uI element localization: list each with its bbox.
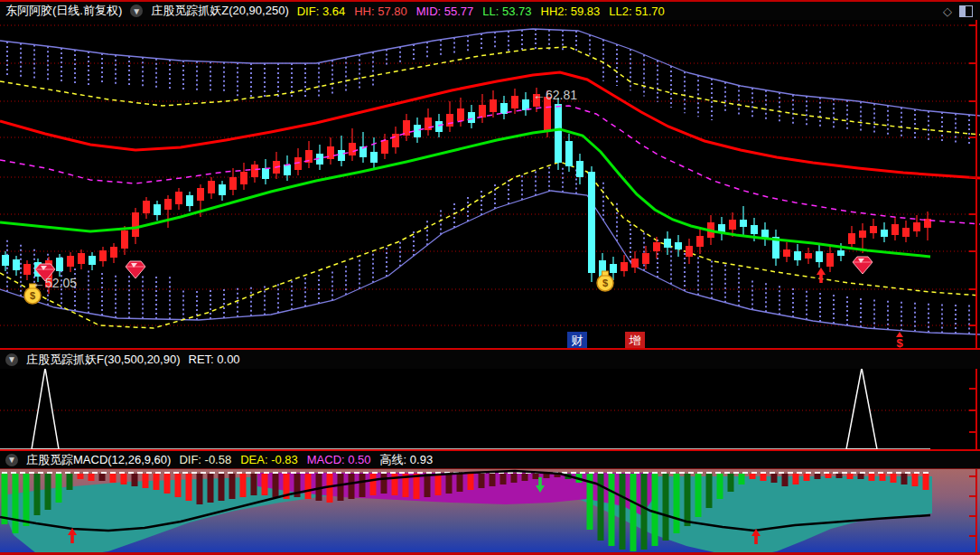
indicator-field: LL: 53.73 — [482, 5, 531, 18]
svg-text:财: 财 — [572, 334, 583, 347]
svg-text:增: 增 — [629, 334, 641, 347]
dollar-icon: $ — [896, 332, 903, 348]
macd-histogram-chart[interactable] — [0, 469, 980, 552]
panel-f-spike-chart[interactable] — [0, 369, 980, 449]
indicator-values: DIF: 3.64HH: 57.80MID: 55.77LL: 53.73HH2… — [297, 5, 674, 18]
price-annotation: ←62.81 — [533, 88, 577, 102]
indicator-field: RET: 0.00 — [189, 353, 240, 366]
band-comb — [7, 166, 969, 334]
main-candlestick-chart[interactable]: $$$←62.81←52.05财增 — [0, 20, 980, 348]
gem-icon — [126, 261, 145, 278]
chevron-down-icon[interactable]: ▼ — [5, 353, 18, 366]
diamond-icon[interactable]: ◇ — [943, 5, 952, 18]
indicator-field: 高线: 0.93 — [380, 453, 434, 466]
signal-spike — [846, 369, 877, 449]
indicator-field: DEA: -0.83 — [240, 453, 298, 466]
panel-f-title: 庄股觅踪抓妖F(30,500,20,90) — [26, 352, 181, 368]
green-mid-line — [0, 129, 930, 257]
indicator-title: 庄股觅踪抓妖Z(20,90,250) — [151, 3, 288, 19]
price-annotation: ←52.05 — [33, 276, 77, 290]
panel-layout-icon[interactable] — [959, 5, 973, 17]
indicator-field: DIF: 3.64 — [297, 5, 345, 18]
svg-text:$: $ — [602, 278, 608, 288]
header-right-icons: ◇ — [943, 5, 980, 18]
indicator-field: HH2: 59.83 — [541, 5, 601, 18]
gem-icon — [853, 257, 873, 274]
svg-text:$: $ — [30, 290, 35, 301]
red-envelope-line — [0, 72, 980, 178]
chevron-down-icon[interactable]: ▼ — [5, 454, 18, 466]
indicator-field: HH: 57.80 — [354, 5, 407, 18]
indicator-field: MACD: 0.50 — [307, 453, 371, 466]
marker-badge: 增 — [625, 332, 645, 348]
signal-spike — [32, 369, 59, 449]
macd-title: 庄股觅踪MACD(12,26,9,60) — [26, 452, 171, 468]
macd-values: DIF: -0.58DEA: -0.83MACD: 0.50高线: 0.93 — [179, 452, 442, 468]
main-title-bar: 东阿阿胶(日线.前复权) ▼ 庄股觅踪抓妖Z(20,90,250) DIF: 3… — [0, 0, 980, 20]
indicator-field: DIF: -0.58 — [179, 453, 231, 466]
macd-title-bar: ▼ 庄股觅踪MACD(12,26,9,60) DIF: -0.58DEA: -0… — [0, 449, 980, 469]
indicator-field: MID: 55.77 — [416, 5, 474, 18]
stock-title: 东阿阿胶(日线.前复权) — [5, 3, 122, 19]
trading-app-window: 东阿阿胶(日线.前复权) ▼ 庄股觅踪抓妖Z(20,90,250) DIF: 3… — [0, 0, 980, 555]
panel-f-title-bar: ▼ 庄股觅踪抓妖F(30,500,20,90) RET: 0.00 — [0, 348, 980, 369]
panel-f-values: RET: 0.00 — [189, 353, 249, 366]
svg-text:$: $ — [896, 336, 903, 348]
band-comb — [7, 29, 969, 146]
chevron-down-icon[interactable]: ▼ — [130, 5, 143, 17]
marker-badge: 财 — [567, 332, 587, 348]
indicator-field: LL2: 51.70 — [609, 5, 664, 18]
arrow-up-icon — [817, 268, 826, 283]
